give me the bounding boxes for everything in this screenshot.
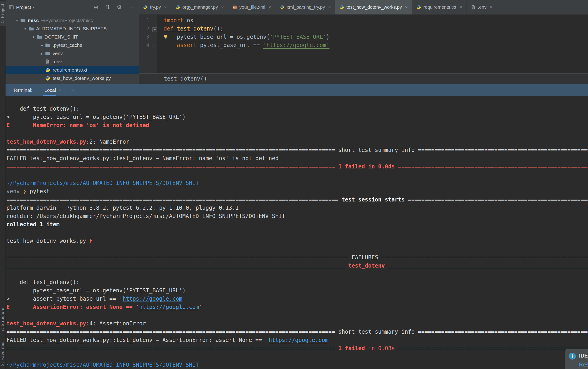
terminal-line (6, 171, 588, 179)
terminal-line: ========================================… (6, 196, 588, 204)
chevron-right-icon[interactable]: ▶ (39, 52, 45, 55)
locate-file-icon[interactable]: ⊕ (94, 5, 98, 10)
tab-close-icon[interactable]: × (164, 5, 167, 10)
terminal-line: pytest_base_url = os.getenv('PYTEST_BASE… (6, 286, 588, 295)
intention-bulb-icon[interactable] (163, 34, 168, 42)
tab-close-icon[interactable]: × (269, 5, 271, 10)
code-text[interactable]: pytest_base_url = os.getenv('PYTEST_BASE… (158, 33, 330, 41)
code-text[interactable]: import os (158, 16, 193, 25)
tree-item-path: ~/PycharmProjects/misc (41, 18, 93, 23)
tab-your_file.xml[interactable]: </>your_file.xml× (228, 0, 275, 14)
file-text-file-icon (471, 5, 475, 10)
folder-file-icon (20, 18, 26, 23)
terminal-line: collected 1 item (6, 220, 588, 229)
tab-requirements.txt[interactable]: requirements.txt× (412, 0, 466, 14)
terminal-line (6, 352, 588, 361)
terminal-line: ========================================… (6, 253, 588, 262)
editor-footer-text: test_dotenv() (164, 76, 207, 82)
tree-item-.env[interactable]: .env (6, 58, 139, 66)
line-number: 4 (139, 41, 151, 49)
tab-close-icon[interactable]: × (328, 5, 331, 10)
tab-.env[interactable]: .env× (466, 0, 497, 14)
tree-item-.pytest_cache[interactable]: ▶.pytest_cache (6, 41, 139, 49)
code-line-3[interactable]: 3 pytest_base_url = os.getenv('PYTEST_BA… (139, 33, 588, 41)
code-text[interactable]: assert pytest_base_url == 'https://googl… (158, 41, 329, 49)
editor-tabs: try.py×orgy_manager.py×</>your_file.xml×… (139, 0, 588, 15)
folder-file-icon (29, 26, 34, 31)
file-text-file-icon (45, 59, 51, 64)
tree-item-label: test_how_dotenv_works.py (52, 76, 111, 81)
pycharm-window: 1: Project 7: Structure 2: Favorites Pro… (0, 0, 588, 369)
terminal-line (6, 245, 588, 253)
tab-try.py[interactable]: try.py× (139, 0, 171, 14)
terminal-line: FAILED test_how_dotenv_works.py::test_do… (6, 336, 588, 344)
notification-link[interactable]: Rest (579, 362, 588, 368)
terminal-line: ========================================… (6, 146, 588, 154)
stripe-button-favorites[interactable]: 2: Favorites (0, 339, 6, 368)
terminal-tab-close-icon[interactable]: × (58, 87, 61, 93)
chevron-right-icon[interactable]: ▶ (39, 44, 45, 47)
terminal-line: test_how_dotenv_works.py F (6, 237, 588, 245)
tab-label: try.py (150, 5, 161, 10)
python-file-icon (280, 5, 284, 10)
collapse-all-icon[interactable]: ⇅ (105, 5, 110, 10)
stripe-button-project[interactable]: 1: Project (0, 1, 6, 26)
code-area[interactable]: 1import os2−def test_dotenv():3 pytest_b… (139, 15, 588, 49)
terminal-line: > assert pytest_base_url == 'https://goo… (6, 295, 588, 303)
tab-xml_parsing_try.py[interactable]: xml_parsing_try.py× (275, 0, 335, 14)
tab-label: xml_parsing_try.py (287, 5, 325, 10)
chevron-down-icon[interactable]: ▼ (22, 27, 29, 30)
notification-title: IDE a (579, 353, 588, 359)
notification-balloon[interactable]: i IDE a Rest (566, 349, 588, 369)
tab-test_how_dotenv_works.py[interactable]: test_how_dotenv_works.py× (335, 0, 412, 14)
code-line-1[interactable]: 1import os (139, 16, 588, 25)
stripe-button-structure[interactable]: 7: Structure (0, 305, 6, 334)
tree-item-DOTENV_SHIT[interactable]: ▼DOTENV_SHIT (6, 33, 139, 41)
terminal-line: def test_dotenv(): (6, 105, 588, 113)
tree-item-requirements.txt[interactable]: requirements.txt (6, 66, 139, 74)
editor[interactable]: 1import os2−def test_dotenv():3 pytest_b… (139, 15, 588, 73)
terminal-line: rootdir: /Users/ebukhgammer/PycharmProje… (6, 212, 588, 220)
fold-collapse-icon[interactable]: − (152, 27, 157, 32)
project-panel-title[interactable]: Project (16, 5, 31, 10)
terminal-output[interactable]: def test_dotenv():> pytest_base_url = os… (6, 96, 588, 369)
new-terminal-button[interactable]: + (71, 87, 75, 94)
line-number: 3 (139, 33, 151, 41)
chevron-down-icon[interactable]: ▼ (30, 35, 37, 39)
tree-item-label: misc (28, 18, 39, 23)
terminal-tab-local[interactable]: Local × (43, 84, 62, 96)
tab-label: orgy_manager.py (182, 5, 218, 10)
python-file-icon (45, 67, 51, 73)
tree-item-label: AUTOMATED_INFO_SNIPPETS (36, 26, 106, 31)
tab-close-icon[interactable]: × (490, 5, 493, 10)
tab-orgy_manager.py[interactable]: orgy_manager.py× (171, 0, 228, 14)
code-line-4[interactable]: 4 assert pytest_base_url == 'https://goo… (139, 41, 588, 49)
tab-close-icon[interactable]: × (405, 5, 408, 10)
tree-item-venv[interactable]: ▶venv (6, 49, 139, 58)
terminal-line: test_how_dotenv_works.py:4: AssertionErr… (6, 319, 588, 328)
terminal-header: Terminal: Local × + (6, 84, 588, 96)
tree-item-misc[interactable]: ▼misc~/PycharmProjects/misc (6, 16, 139, 25)
hide-panel-icon[interactable]: — (129, 5, 134, 10)
tab-close-icon[interactable]: × (221, 5, 224, 10)
code-text[interactable]: def test_dotenv(): (158, 25, 223, 33)
terminal-line: > pytest_base_url = os.getenv('PYTEST_BA… (6, 113, 588, 121)
fold-end-icon[interactable] (153, 44, 156, 47)
chevron-down-icon[interactable]: ▼ (14, 19, 20, 22)
tree-item-test_how_dotenv_works.py[interactable]: test_how_dotenv_works.py (6, 74, 139, 82)
tab-close-icon[interactable]: × (460, 5, 462, 10)
chevron-down-icon[interactable]: ▾ (33, 5, 35, 10)
terminal-line (6, 311, 588, 319)
tree-item-AUTOMATED_INFO_SNIPPETS[interactable]: ▼AUTOMATED_INFO_SNIPPETS (6, 25, 139, 33)
tool-window-stripe-left: 1: Project 7: Structure 2: Favorites (0, 0, 6, 369)
tab-label: test_how_dotenv_works.py (346, 5, 402, 10)
code-line-2[interactable]: 2−def test_dotenv(): (139, 25, 588, 33)
terminal-title: Terminal: (13, 87, 32, 93)
line-number: 1 (139, 16, 151, 25)
terminal-line: venv ❯ pytest (6, 187, 588, 196)
editor-footer-strip: test_dotenv() (139, 73, 588, 84)
python-file-icon (175, 5, 180, 10)
terminal-line: ~/PycharmProjects/misc/AUTOMATED_INFO_SN… (6, 179, 588, 187)
settings-gear-icon[interactable]: ⚙ (117, 5, 122, 10)
terminal-line: ========================================… (6, 328, 588, 336)
